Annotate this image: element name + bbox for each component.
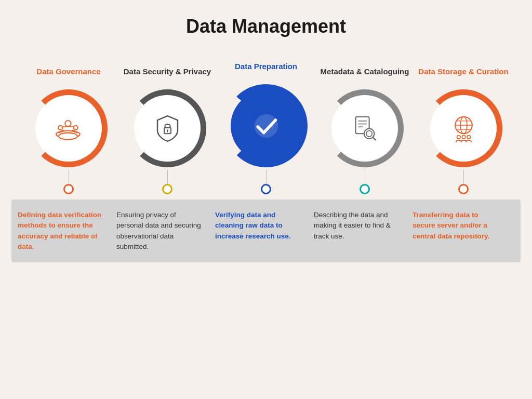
desc-storage: Transferring data to secure server and/o… (406, 210, 505, 252)
label-storage: Data Storage & Curation (418, 58, 508, 85)
circles-row: Data Governance (11, 53, 521, 194)
line-security (167, 169, 168, 184)
connector-metadata (360, 169, 370, 194)
dot-preparation (261, 184, 271, 194)
desc-security: Ensuring privacy of personal data and se… (110, 210, 209, 252)
svg-point-23 (462, 135, 466, 139)
metadata-icon (348, 112, 382, 145)
connector-security (162, 169, 172, 194)
connector-storage (458, 169, 469, 194)
circle-item-security: Data Security & Privacy (118, 58, 217, 194)
dot-storage (458, 184, 469, 194)
page-title: Data Management (186, 16, 346, 37)
line-storage (463, 169, 464, 184)
dot-governance (63, 184, 74, 194)
desc-preparation: Verifying data and cleaning raw data to … (209, 210, 308, 252)
svg-line-5 (68, 126, 74, 127)
dot-metadata (360, 184, 370, 194)
circle-governance (30, 89, 108, 167)
circle-item-preparation: Data Preparation (217, 53, 315, 194)
label-metadata: Metadata & Cataloguing (321, 58, 409, 85)
svg-point-2 (58, 125, 62, 129)
circle-metadata (326, 89, 404, 167)
icon-container-security (134, 95, 201, 162)
circle-item-storage: Data Storage & Curation (414, 58, 513, 194)
svg-line-16 (373, 137, 375, 140)
svg-point-7 (166, 129, 168, 131)
governance-icon (52, 112, 86, 145)
svg-point-3 (73, 125, 77, 129)
icon-container-governance (35, 95, 102, 162)
connector-governance (63, 169, 74, 194)
icon-container-metadata (331, 95, 398, 162)
desc-metadata: Describing the data and making it easier… (308, 210, 406, 252)
circle-preparation (224, 84, 308, 167)
main-content: Data Governance (0, 53, 532, 262)
circle-security (128, 89, 206, 167)
svg-point-24 (467, 135, 471, 139)
description-row: Defining data verification methods to en… (11, 200, 521, 262)
circle-item-governance: Data Governance (19, 58, 118, 194)
dot-security (162, 184, 172, 194)
svg-point-0 (59, 132, 77, 139)
label-security: Data Security & Privacy (124, 58, 211, 85)
preparation-icon (249, 109, 283, 143)
svg-point-1 (65, 121, 71, 126)
icon-container-preparation (231, 90, 301, 161)
icon-container-storage (430, 95, 497, 162)
connector-preparation (261, 169, 271, 194)
storage-icon (447, 112, 481, 145)
line-metadata (365, 169, 365, 184)
line-preparation (266, 169, 267, 184)
security-icon (151, 112, 184, 145)
circle-storage (424, 89, 502, 167)
label-preparation: Data Preparation (235, 53, 297, 80)
circle-item-metadata: Metadata & Cataloguing (315, 58, 414, 194)
svg-point-22 (457, 135, 460, 139)
svg-line-4 (61, 126, 68, 127)
label-governance: Data Governance (36, 58, 100, 85)
desc-governance: Defining data verification methods to en… (11, 210, 110, 252)
line-governance (69, 169, 69, 184)
